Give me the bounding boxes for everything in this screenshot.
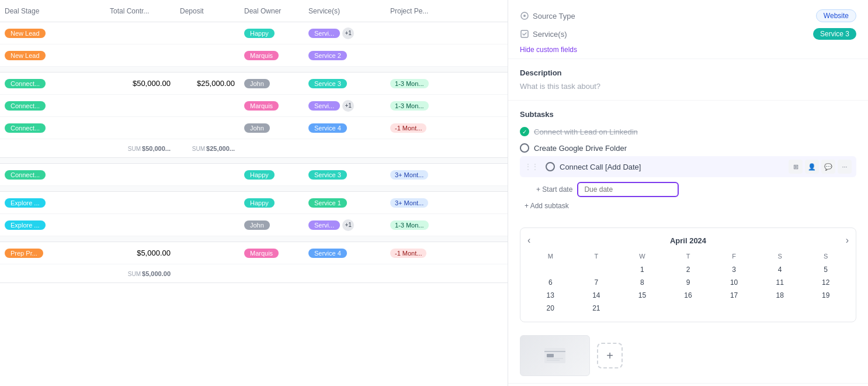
calendar-day[interactable]: 1 — [619, 263, 665, 276]
cell-services: Service 4 — [304, 249, 386, 258]
cell-deal-stage: Connect... — [0, 170, 105, 180]
cell-owner: John — [239, 220, 304, 230]
svg-point-1 — [523, 15, 526, 17]
calendar-day[interactable]: 16 — [665, 289, 711, 302]
subtask-label-3: Connect Call [Add Date] — [560, 163, 641, 171]
description-placeholder[interactable]: What is this task about? — [520, 82, 856, 91]
services-label: Service(s) — [520, 29, 590, 39]
sum-row: SUM$5,000.00 — [0, 264, 508, 283]
service-badge: Service 3 — [308, 170, 347, 180]
service-badge: Servi... — [308, 101, 340, 111]
calendar-day[interactable]: 10 — [711, 276, 757, 289]
subtask-action-1[interactable]: ⊞ — [789, 160, 803, 174]
attachment-add-button[interactable]: + — [597, 343, 623, 368]
subtask-action-2[interactable]: 👤 — [805, 160, 819, 174]
cell-services: Service 4 — [304, 123, 386, 133]
description-section: Description What is this task about? — [508, 59, 868, 101]
calendar-day[interactable]: 9 — [665, 276, 711, 289]
calendar-day[interactable]: 18 — [757, 289, 803, 302]
cell-services: Servi...+1 — [304, 27, 386, 39]
subtasks-title: Subtasks — [520, 110, 856, 119]
table-row[interactable]: Connect...JohnService 4-1 Mont... — [0, 117, 508, 139]
table-row[interactable]: New LeadMarquisService 2 — [0, 44, 508, 67]
sum-total: SUM$5,000.00 — [105, 270, 175, 277]
owner-badge: Marquis — [244, 249, 279, 258]
calendar-day[interactable]: 6 — [527, 276, 574, 289]
cell-deal-stage: Explore ... — [0, 220, 105, 230]
subtask-action-4[interactable]: ··· — [838, 160, 852, 174]
calendar-day[interactable]: 17 — [711, 289, 757, 302]
calendar-day[interactable]: 5 — [803, 263, 849, 276]
source-type-icon — [520, 11, 529, 20]
table-row[interactable]: Prep Pr...$5,000.00MarquisService 4-1 Mo… — [0, 242, 508, 264]
period-badge: -1 Mont... — [390, 249, 426, 258]
cell-services: Servi...+1 — [304, 219, 386, 231]
calendar-day[interactable]: 8 — [619, 276, 665, 289]
source-type-label: Source Type — [520, 11, 590, 20]
service-badge: Servi... — [308, 29, 340, 38]
sum-row: SUM$50,000...SUM$25,000... — [0, 139, 508, 158]
calendar-days-grid: 123456789101112131415161718192021 — [527, 263, 849, 315]
calendar-day[interactable]: 21 — [574, 302, 620, 315]
calendar-day — [574, 263, 620, 276]
table-row[interactable]: Explore ...JohnServi...+11-3 Mon... — [0, 214, 508, 236]
period-badge: 3+ Mont... — [390, 170, 428, 180]
subtask-action-3[interactable]: 💬 — [821, 160, 835, 174]
attachment-preview[interactable] — [520, 335, 590, 376]
comments-section: Comments All activity — [508, 383, 868, 386]
table-row[interactable]: Connect...$50,000.00$25,000.00JohnServic… — [0, 73, 508, 95]
section-spacer — [0, 236, 508, 242]
deal-stage-badge: New Lead — [5, 29, 46, 38]
cell-period: 1-3 Mon... — [386, 79, 450, 88]
source-type-value: Website — [816, 9, 856, 22]
calendar-day[interactable]: 11 — [757, 276, 803, 289]
service-count: +1 — [342, 219, 354, 231]
calendar-next-button[interactable]: › — [846, 235, 849, 246]
calendar-day — [619, 302, 665, 315]
calendar-day — [527, 263, 574, 276]
subtask-actions: ⊞ 👤 💬 ··· — [789, 160, 852, 174]
start-date-button[interactable]: + Start date — [536, 185, 572, 194]
section-spacer — [0, 186, 508, 192]
subtask-circle-icon-2[interactable] — [520, 143, 529, 153]
calendar-day[interactable]: 4 — [757, 263, 803, 276]
hide-custom-fields-link[interactable]: Hide custom fields — [520, 46, 856, 54]
table-header: Deal Stage Total Contr... Deposit Deal O… — [0, 0, 508, 22]
table-row[interactable]: New LeadHappyServi...+1 — [0, 22, 508, 44]
calendar-day[interactable]: 20 — [527, 302, 574, 315]
calendar-day[interactable]: 14 — [574, 289, 620, 302]
calendar-day[interactable]: 15 — [619, 289, 665, 302]
calendar-prev-button[interactable]: ‹ — [527, 235, 530, 246]
calendar-section: ‹ April 2024 › MTWTFSS 12345678910111213… — [520, 228, 856, 322]
table-row[interactable]: Connect...MarquisServi...+11-3 Mon... — [0, 95, 508, 117]
table-row[interactable]: Connect...HappyService 33+ Mont... — [0, 164, 508, 186]
calendar-month-title: April 2024 — [670, 236, 706, 245]
table-body: New LeadHappyServi...+1New LeadMarquisSe… — [0, 22, 508, 386]
subtask-item-2: Create Google Drive Folder — [520, 140, 856, 156]
due-date-input[interactable] — [577, 182, 679, 197]
description-title: Description — [520, 68, 856, 77]
cell-deal-stage: Connect... — [0, 101, 105, 111]
attachments-row: + — [508, 328, 868, 383]
deal-stage-badge: New Lead — [5, 51, 46, 60]
calendar-day[interactable]: 7 — [574, 276, 620, 289]
cell-owner: John — [239, 123, 304, 133]
subtask-label-2: Create Google Drive Folder — [534, 144, 627, 153]
calendar-day[interactable]: 3 — [711, 263, 757, 276]
subtask-circle-icon-3[interactable] — [546, 162, 555, 171]
add-subtask-button[interactable]: + Add subtask — [520, 199, 574, 212]
calendar-day[interactable]: 12 — [803, 276, 849, 289]
deal-stage-badge: Prep Pr... — [5, 249, 43, 258]
cell-deal-stage: New Lead — [0, 29, 105, 38]
owner-badge: John — [244, 123, 270, 133]
subtask-done-icon[interactable]: ✓ — [520, 127, 529, 136]
drag-handle[interactable]: ⋮⋮ — [525, 163, 539, 171]
calendar-day[interactable]: 13 — [527, 289, 574, 302]
deal-stage-badge: Connect... — [5, 123, 46, 133]
deal-stage-badge: Connect... — [5, 170, 46, 180]
table-row[interactable]: Explore ...HappyService 13+ Mont... — [0, 192, 508, 214]
cell-period: 3+ Mont... — [386, 170, 450, 180]
calendar-day[interactable]: 2 — [665, 263, 711, 276]
cell-owner: Happy — [239, 198, 304, 208]
calendar-day[interactable]: 19 — [803, 289, 849, 302]
